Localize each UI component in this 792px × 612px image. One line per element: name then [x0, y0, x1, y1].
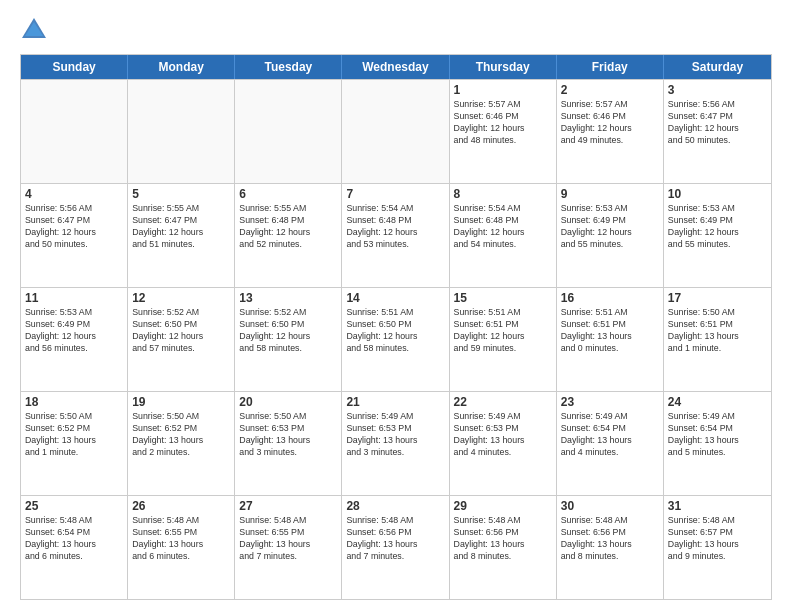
- calendar-cell: 17Sunrise: 5:50 AM Sunset: 6:51 PM Dayli…: [664, 288, 771, 391]
- day-number: 30: [561, 499, 659, 513]
- day-info: Sunrise: 5:49 AM Sunset: 6:54 PM Dayligh…: [561, 411, 659, 459]
- day-number: 29: [454, 499, 552, 513]
- calendar-cell: 2Sunrise: 5:57 AM Sunset: 6:46 PM Daylig…: [557, 80, 664, 183]
- calendar: SundayMondayTuesdayWednesdayThursdayFrid…: [20, 54, 772, 600]
- day-number: 2: [561, 83, 659, 97]
- day-number: 11: [25, 291, 123, 305]
- calendar-row: 11Sunrise: 5:53 AM Sunset: 6:49 PM Dayli…: [21, 287, 771, 391]
- day-number: 27: [239, 499, 337, 513]
- day-info: Sunrise: 5:54 AM Sunset: 6:48 PM Dayligh…: [346, 203, 444, 251]
- day-info: Sunrise: 5:49 AM Sunset: 6:53 PM Dayligh…: [454, 411, 552, 459]
- calendar-cell: 10Sunrise: 5:53 AM Sunset: 6:49 PM Dayli…: [664, 184, 771, 287]
- logo: [20, 16, 52, 44]
- calendar-cell: 22Sunrise: 5:49 AM Sunset: 6:53 PM Dayli…: [450, 392, 557, 495]
- calendar-cell: 31Sunrise: 5:48 AM Sunset: 6:57 PM Dayli…: [664, 496, 771, 599]
- day-number: 24: [668, 395, 767, 409]
- calendar-cell: [342, 80, 449, 183]
- calendar-cell: 11Sunrise: 5:53 AM Sunset: 6:49 PM Dayli…: [21, 288, 128, 391]
- day-info: Sunrise: 5:53 AM Sunset: 6:49 PM Dayligh…: [561, 203, 659, 251]
- day-info: Sunrise: 5:49 AM Sunset: 6:53 PM Dayligh…: [346, 411, 444, 459]
- day-info: Sunrise: 5:50 AM Sunset: 6:52 PM Dayligh…: [25, 411, 123, 459]
- day-info: Sunrise: 5:48 AM Sunset: 6:57 PM Dayligh…: [668, 515, 767, 563]
- day-number: 23: [561, 395, 659, 409]
- weekday-header-tuesday: Tuesday: [235, 55, 342, 79]
- day-info: Sunrise: 5:51 AM Sunset: 6:51 PM Dayligh…: [454, 307, 552, 355]
- calendar-cell: 15Sunrise: 5:51 AM Sunset: 6:51 PM Dayli…: [450, 288, 557, 391]
- calendar-cell: 23Sunrise: 5:49 AM Sunset: 6:54 PM Dayli…: [557, 392, 664, 495]
- weekday-header-wednesday: Wednesday: [342, 55, 449, 79]
- weekday-header-friday: Friday: [557, 55, 664, 79]
- day-info: Sunrise: 5:51 AM Sunset: 6:51 PM Dayligh…: [561, 307, 659, 355]
- calendar-body: 1Sunrise: 5:57 AM Sunset: 6:46 PM Daylig…: [21, 79, 771, 599]
- calendar-cell: 7Sunrise: 5:54 AM Sunset: 6:48 PM Daylig…: [342, 184, 449, 287]
- calendar-cell: 28Sunrise: 5:48 AM Sunset: 6:56 PM Dayli…: [342, 496, 449, 599]
- day-info: Sunrise: 5:53 AM Sunset: 6:49 PM Dayligh…: [25, 307, 123, 355]
- calendar-row: 4Sunrise: 5:56 AM Sunset: 6:47 PM Daylig…: [21, 183, 771, 287]
- day-number: 10: [668, 187, 767, 201]
- day-number: 15: [454, 291, 552, 305]
- calendar-cell: 12Sunrise: 5:52 AM Sunset: 6:50 PM Dayli…: [128, 288, 235, 391]
- day-info: Sunrise: 5:57 AM Sunset: 6:46 PM Dayligh…: [454, 99, 552, 147]
- day-number: 13: [239, 291, 337, 305]
- weekday-header-thursday: Thursday: [450, 55, 557, 79]
- weekday-header-monday: Monday: [128, 55, 235, 79]
- day-number: 8: [454, 187, 552, 201]
- calendar-row: 1Sunrise: 5:57 AM Sunset: 6:46 PM Daylig…: [21, 79, 771, 183]
- day-number: 3: [668, 83, 767, 97]
- weekday-header-saturday: Saturday: [664, 55, 771, 79]
- calendar-cell: 14Sunrise: 5:51 AM Sunset: 6:50 PM Dayli…: [342, 288, 449, 391]
- day-number: 21: [346, 395, 444, 409]
- day-number: 19: [132, 395, 230, 409]
- day-info: Sunrise: 5:48 AM Sunset: 6:56 PM Dayligh…: [454, 515, 552, 563]
- day-info: Sunrise: 5:50 AM Sunset: 6:53 PM Dayligh…: [239, 411, 337, 459]
- weekday-header-sunday: Sunday: [21, 55, 128, 79]
- calendar-cell: 29Sunrise: 5:48 AM Sunset: 6:56 PM Dayli…: [450, 496, 557, 599]
- day-number: 25: [25, 499, 123, 513]
- calendar-cell: [21, 80, 128, 183]
- calendar-cell: 6Sunrise: 5:55 AM Sunset: 6:48 PM Daylig…: [235, 184, 342, 287]
- calendar-cell: 18Sunrise: 5:50 AM Sunset: 6:52 PM Dayli…: [21, 392, 128, 495]
- calendar-cell: 13Sunrise: 5:52 AM Sunset: 6:50 PM Dayli…: [235, 288, 342, 391]
- day-info: Sunrise: 5:49 AM Sunset: 6:54 PM Dayligh…: [668, 411, 767, 459]
- calendar-cell: 19Sunrise: 5:50 AM Sunset: 6:52 PM Dayli…: [128, 392, 235, 495]
- day-number: 17: [668, 291, 767, 305]
- calendar-cell: 27Sunrise: 5:48 AM Sunset: 6:55 PM Dayli…: [235, 496, 342, 599]
- day-info: Sunrise: 5:48 AM Sunset: 6:56 PM Dayligh…: [561, 515, 659, 563]
- calendar-cell: 20Sunrise: 5:50 AM Sunset: 6:53 PM Dayli…: [235, 392, 342, 495]
- page-header: [20, 16, 772, 44]
- day-info: Sunrise: 5:48 AM Sunset: 6:54 PM Dayligh…: [25, 515, 123, 563]
- day-info: Sunrise: 5:54 AM Sunset: 6:48 PM Dayligh…: [454, 203, 552, 251]
- day-info: Sunrise: 5:56 AM Sunset: 6:47 PM Dayligh…: [25, 203, 123, 251]
- day-info: Sunrise: 5:48 AM Sunset: 6:55 PM Dayligh…: [239, 515, 337, 563]
- day-number: 26: [132, 499, 230, 513]
- calendar-cell: 25Sunrise: 5:48 AM Sunset: 6:54 PM Dayli…: [21, 496, 128, 599]
- calendar-header: SundayMondayTuesdayWednesdayThursdayFrid…: [21, 55, 771, 79]
- day-number: 1: [454, 83, 552, 97]
- day-number: 28: [346, 499, 444, 513]
- calendar-cell: 21Sunrise: 5:49 AM Sunset: 6:53 PM Dayli…: [342, 392, 449, 495]
- day-number: 12: [132, 291, 230, 305]
- calendar-cell: 30Sunrise: 5:48 AM Sunset: 6:56 PM Dayli…: [557, 496, 664, 599]
- day-number: 22: [454, 395, 552, 409]
- calendar-cell: 26Sunrise: 5:48 AM Sunset: 6:55 PM Dayli…: [128, 496, 235, 599]
- day-info: Sunrise: 5:48 AM Sunset: 6:56 PM Dayligh…: [346, 515, 444, 563]
- logo-icon: [20, 16, 48, 44]
- day-number: 4: [25, 187, 123, 201]
- calendar-cell: 1Sunrise: 5:57 AM Sunset: 6:46 PM Daylig…: [450, 80, 557, 183]
- day-number: 6: [239, 187, 337, 201]
- calendar-cell: 9Sunrise: 5:53 AM Sunset: 6:49 PM Daylig…: [557, 184, 664, 287]
- day-number: 7: [346, 187, 444, 201]
- day-info: Sunrise: 5:50 AM Sunset: 6:51 PM Dayligh…: [668, 307, 767, 355]
- calendar-cell: [128, 80, 235, 183]
- day-info: Sunrise: 5:51 AM Sunset: 6:50 PM Dayligh…: [346, 307, 444, 355]
- day-info: Sunrise: 5:56 AM Sunset: 6:47 PM Dayligh…: [668, 99, 767, 147]
- day-info: Sunrise: 5:52 AM Sunset: 6:50 PM Dayligh…: [239, 307, 337, 355]
- calendar-cell: 3Sunrise: 5:56 AM Sunset: 6:47 PM Daylig…: [664, 80, 771, 183]
- day-info: Sunrise: 5:55 AM Sunset: 6:48 PM Dayligh…: [239, 203, 337, 251]
- calendar-cell: 4Sunrise: 5:56 AM Sunset: 6:47 PM Daylig…: [21, 184, 128, 287]
- calendar-cell: 24Sunrise: 5:49 AM Sunset: 6:54 PM Dayli…: [664, 392, 771, 495]
- day-number: 20: [239, 395, 337, 409]
- day-info: Sunrise: 5:57 AM Sunset: 6:46 PM Dayligh…: [561, 99, 659, 147]
- day-number: 9: [561, 187, 659, 201]
- day-number: 18: [25, 395, 123, 409]
